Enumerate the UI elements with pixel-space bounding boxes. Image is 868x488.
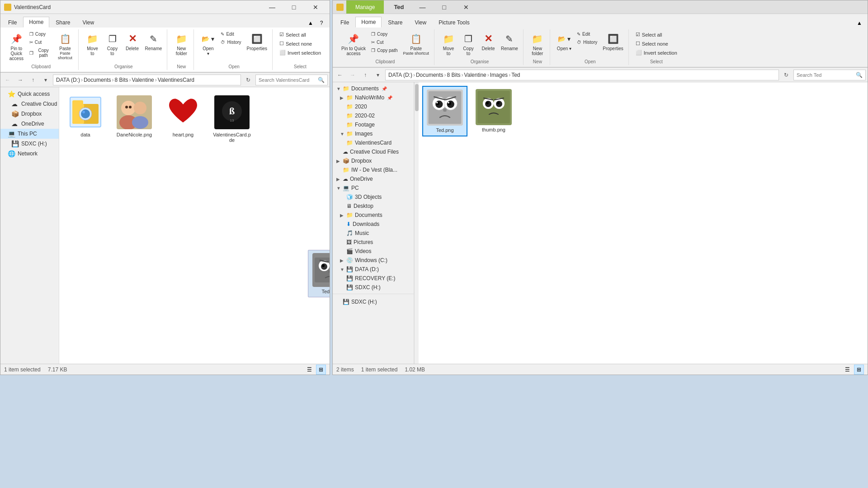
- file-item-ted[interactable]: Ted.png: [422, 86, 467, 136]
- right-open-button[interactable]: 📂 ▾ Open ▾: [555, 30, 574, 52]
- right-sidebar-sdxc-h[interactable]: 💾 SDXC (H:): [333, 283, 414, 292]
- right-sidebar-pictures[interactable]: 🖼 Pictures: [333, 238, 414, 247]
- left-copy-to-button[interactable]: ❐ Copyto: [103, 30, 122, 57]
- right-cut-button[interactable]: ✂ Cut: [369, 38, 400, 46]
- right-sidebar-sdxc-h2[interactable]: 💾 SDXC (H:): [333, 297, 414, 306]
- right-sidebar-downloads[interactable]: ⬇ Downloads: [333, 220, 414, 229]
- left-forward-button[interactable]: →: [15, 75, 26, 85]
- right-close-button[interactable]: ✕: [456, 0, 476, 14]
- left-tab-view[interactable]: View: [76, 17, 100, 28]
- left-edit-button[interactable]: ✎ Edit: [218, 30, 243, 38]
- right-sidebar-scrollbar[interactable]: [414, 82, 419, 364]
- right-sidebar-creative-cloud[interactable]: ☁ Creative Cloud Files: [333, 147, 414, 156]
- right-rename-button[interactable]: ✎ Rename: [499, 30, 520, 52]
- left-up-button[interactable]: ↑: [28, 75, 38, 85]
- left-refresh-button[interactable]: ↻: [243, 75, 254, 85]
- left-paste-button[interactable]: 📋 Paste Paste shortcut: [55, 30, 75, 61]
- left-path-drive[interactable]: DATA (D:): [56, 77, 80, 83]
- right-back-button[interactable]: ←: [335, 70, 345, 80]
- sidebar-item-sdxc[interactable]: 💾 SDXC (H:): [0, 139, 59, 149]
- sidebar-item-network[interactable]: 🌐 Network: [0, 149, 59, 159]
- left-back-button[interactable]: ←: [2, 75, 13, 85]
- right-sidebar-iw[interactable]: 📁 IW - De Vest (Bla...: [333, 165, 414, 174]
- left-search-input[interactable]: [259, 77, 316, 83]
- sidebar-item-this-pc[interactable]: 💻 This PC: [0, 129, 59, 139]
- right-sidebar-documents2[interactable]: ▶ 📁 Documents: [333, 211, 414, 220]
- sidebar-item-quick-access[interactable]: ⭐ Quick access: [0, 89, 59, 99]
- right-path-documents[interactable]: Documents: [416, 72, 443, 78]
- left-copy-path-button[interactable]: ❐ Copy path: [27, 47, 54, 59]
- right-collapse-ribbon-button[interactable]: ▲: [855, 19, 864, 28]
- right-sidebar-3d-objects[interactable]: 🧊 3D Objects: [333, 192, 414, 202]
- right-copy-to-button[interactable]: ❐ Copyto: [459, 30, 478, 57]
- left-quick-access-button[interactable]: 📌 Pin to Quickaccess: [7, 30, 26, 62]
- left-open-button[interactable]: 📂 ▾ Open ▾: [198, 30, 217, 57]
- right-paste-button[interactable]: 📋 Paste Paste shortcut: [401, 30, 432, 57]
- file-item-heart[interactable]: heart.png: [160, 91, 206, 146]
- left-tab-file[interactable]: File: [2, 17, 23, 28]
- right-history-button[interactable]: ⏱ History: [575, 38, 599, 46]
- right-properties-button[interactable]: 🔲 Properties: [600, 30, 626, 52]
- file-item-valentinescard[interactable]: ß 13 ValentinesCard.pde: [209, 91, 255, 146]
- right-path-drive[interactable]: DATA (D:): [388, 72, 412, 78]
- right-sidebar-nanowrimo[interactable]: ▶ 📁 NaNoWriMo 📌: [333, 93, 414, 102]
- right-tab-view[interactable]: View: [409, 17, 432, 28]
- left-tile-view-button[interactable]: ⊞: [316, 365, 326, 375]
- left-address-path[interactable]: DATA (D:) › Documents › 8 Bits › Valenti…: [53, 75, 241, 85]
- left-copy-button[interactable]: ❐ Copy: [27, 30, 54, 38]
- sidebar-item-onedrive[interactable]: ☁ OneDrive: [0, 119, 59, 129]
- right-tab-home[interactable]: Home: [355, 17, 382, 28]
- right-sidebar-2020-02[interactable]: 📁 2020-02: [333, 111, 414, 120]
- left-list-view-button[interactable]: ☰: [304, 365, 314, 375]
- right-sidebar-windows-c[interactable]: ▶ 💿 Windows (C:): [333, 256, 414, 265]
- right-refresh-button[interactable]: ↻: [781, 70, 792, 80]
- left-invert-selection-button[interactable]: ⬜ Invert selection: [277, 48, 323, 57]
- right-invert-selection-button[interactable]: ⬜ Invert selection: [633, 48, 679, 57]
- left-collapse-ribbon-button[interactable]: ▲: [306, 19, 315, 28]
- right-tab-picture-tools[interactable]: Picture Tools: [433, 17, 475, 28]
- right-select-none-button[interactable]: ☐ Select none: [633, 39, 679, 48]
- left-recent-button[interactable]: ▾: [40, 75, 51, 85]
- left-select-all-button[interactable]: ☑ Select all: [277, 30, 323, 39]
- right-recent-button[interactable]: ▾: [373, 70, 383, 80]
- right-sidebar-videos[interactable]: 🎬 Videos: [333, 247, 414, 256]
- right-sidebar-2020[interactable]: 📁 2020: [333, 102, 414, 111]
- file-item-thumb[interactable]: thumb.png: [471, 86, 516, 136]
- right-move-to-button[interactable]: 📁 Moveto: [439, 30, 458, 57]
- right-sidebar-dropbox[interactable]: ▶ 📦 Dropbox: [333, 156, 414, 165]
- left-delete-button[interactable]: ✕ Delete: [123, 30, 142, 52]
- right-sidebar-valentinescard[interactable]: 📁 ValentinesCard: [333, 138, 414, 147]
- right-forward-button[interactable]: →: [347, 70, 358, 80]
- right-sidebar-recovery[interactable]: 💾 RECOVERY (E:): [333, 274, 414, 283]
- right-sidebar-onedrive[interactable]: ▶ ☁ OneDrive: [333, 174, 414, 183]
- right-copy-path-button[interactable]: ❐ Copy path: [369, 47, 400, 54]
- right-maximize-button[interactable]: □: [434, 0, 455, 14]
- left-select-none-button[interactable]: ☐ Select none: [277, 39, 323, 48]
- right-select-all-button[interactable]: ☑ Select all: [633, 30, 679, 39]
- left-move-to-button[interactable]: 📁 Moveto: [83, 30, 102, 57]
- file-item-data[interactable]: data: [63, 91, 108, 146]
- right-delete-button[interactable]: ✕ Delete: [479, 30, 498, 52]
- sidebar-item-creative-cloud[interactable]: ☁ Creative Cloud Files: [0, 99, 59, 109]
- left-path-8bits[interactable]: 8 Bits: [115, 77, 128, 83]
- left-history-button[interactable]: ⏱ History: [218, 38, 243, 46]
- right-address-path[interactable]: DATA (D:) › Documents › 8 Bits › Valenti…: [385, 70, 779, 80]
- right-list-view-button[interactable]: ☰: [842, 365, 852, 375]
- right-tile-view-button[interactable]: ⊞: [854, 365, 864, 375]
- left-close-button[interactable]: ✕: [305, 0, 326, 14]
- right-new-folder-button[interactable]: 📁 Newfolder: [528, 30, 547, 57]
- right-path-8bits[interactable]: 8 Bits: [447, 72, 461, 78]
- file-item-dane-nicole[interactable]: DaneNicole.png: [112, 91, 157, 146]
- right-sidebar-desktop[interactable]: 🖥 Desktop: [333, 202, 414, 211]
- sidebar-item-dropbox[interactable]: 📦 Dropbox: [0, 109, 59, 119]
- left-path-valentine[interactable]: Valentine: [132, 77, 154, 83]
- right-edit-button[interactable]: ✎ Edit: [575, 30, 599, 38]
- right-pin-button[interactable]: 📌 Pin to Quickaccess: [339, 30, 368, 57]
- left-path-documents[interactable]: Documents: [84, 77, 111, 83]
- right-sidebar-music[interactable]: 🎵 Music: [333, 229, 414, 238]
- right-search-input[interactable]: [797, 72, 854, 78]
- left-path-valentinescard[interactable]: ValentinesCard: [158, 77, 194, 83]
- right-sidebar-images[interactable]: ▼ 📁 Images: [333, 129, 414, 138]
- right-tab-share[interactable]: Share: [382, 17, 408, 28]
- right-up-button[interactable]: ↑: [360, 70, 371, 80]
